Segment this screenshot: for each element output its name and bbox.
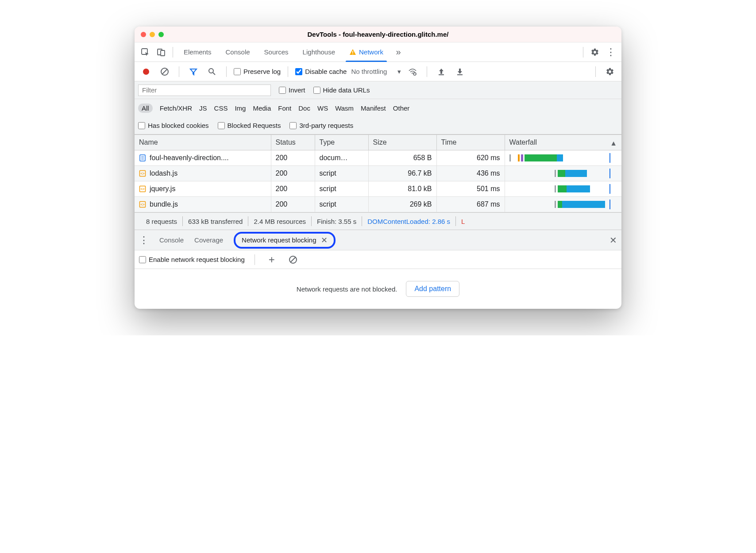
request-status: 200 xyxy=(271,166,315,181)
search-icon[interactable] xyxy=(205,65,219,79)
more-tabs-icon[interactable]: » xyxy=(391,45,405,59)
type-other[interactable]: Other xyxy=(393,104,410,112)
file-icon: <> xyxy=(139,170,146,177)
settings-icon[interactable] xyxy=(588,45,602,59)
hide-data-urls-checkbox[interactable]: Hide data URLs xyxy=(313,86,370,94)
svg-line-6 xyxy=(162,69,167,74)
enable-blocking-checkbox[interactable]: Enable network request blocking xyxy=(139,256,245,263)
device-toggle-icon[interactable] xyxy=(154,45,168,59)
svg-line-23 xyxy=(290,257,296,262)
tab-sources[interactable]: Sources xyxy=(258,42,295,62)
type-js[interactable]: JS xyxy=(199,104,207,112)
file-icon: <> xyxy=(139,201,146,208)
add-pattern-button[interactable]: Add pattern xyxy=(406,281,459,297)
blocked-requests-checkbox[interactable]: Blocked Requests xyxy=(218,122,281,129)
type-fetch[interactable]: Fetch/XHR xyxy=(160,104,192,112)
summary-dcl: DOMContentLoaded: 2.86 s xyxy=(362,218,455,225)
type-doc[interactable]: Doc xyxy=(298,104,310,112)
type-all[interactable]: All xyxy=(138,104,153,113)
filter-options: Has blocked cookies Blocked Requests 3rd… xyxy=(135,117,621,134)
waterfall-bar xyxy=(509,184,617,194)
file-icon xyxy=(139,154,146,161)
col-waterfall[interactable]: Waterfall▲ xyxy=(505,135,621,150)
type-manifest[interactable]: Manifest xyxy=(361,104,386,112)
disable-cache-checkbox[interactable]: Disable cache xyxy=(295,68,347,75)
warning-icon xyxy=(349,49,356,56)
sort-asc-icon: ▲ xyxy=(610,139,617,147)
request-size: 658 B xyxy=(368,150,436,166)
table-row[interactable]: foul-heavenly-direction....200docum…658 … xyxy=(135,150,621,166)
kebab-menu-icon[interactable]: ⋮ xyxy=(604,45,618,59)
drawer-tabs: ⋮ Console Coverage Network request block… xyxy=(135,230,621,250)
blocking-toolbar: Enable network request blocking + xyxy=(135,250,621,269)
request-name: lodash.js xyxy=(150,169,177,177)
record-button[interactable] xyxy=(139,65,153,79)
blocking-message: Network requests are not blocked. xyxy=(297,285,397,293)
svg-text:<>: <> xyxy=(140,187,145,191)
add-pattern-icon[interactable]: + xyxy=(265,253,279,267)
close-drawer-icon[interactable]: ✕ xyxy=(609,235,617,246)
invert-checkbox[interactable]: Invert xyxy=(279,86,305,94)
col-status[interactable]: Status xyxy=(271,135,315,150)
close-tab-icon[interactable]: ✕ xyxy=(321,235,328,245)
chevron-down-icon: ▾ xyxy=(397,68,401,76)
svg-point-7 xyxy=(209,69,213,73)
tab-console[interactable]: Console xyxy=(220,42,256,62)
request-status: 200 xyxy=(271,181,315,197)
col-name[interactable]: Name xyxy=(135,135,271,150)
tab-lighthouse[interactable]: Lighthouse xyxy=(297,42,341,62)
type-css[interactable]: CSS xyxy=(214,104,228,112)
filter-icon[interactable] xyxy=(186,65,201,79)
preserve-log-checkbox[interactable]: Preserve log xyxy=(234,68,281,75)
summary-bar: 8 requests 633 kB transferred 2.4 MB res… xyxy=(135,212,621,230)
blocked-cookies-checkbox[interactable]: Has blocked cookies xyxy=(138,122,209,129)
type-ws[interactable]: WS xyxy=(317,104,328,112)
drawer-tab-blocking[interactable]: Network request blocking ✕ xyxy=(234,232,335,249)
col-time[interactable]: Time xyxy=(436,135,505,150)
type-media[interactable]: Media xyxy=(253,104,271,112)
col-size[interactable]: Size xyxy=(368,135,436,150)
main-tabs: Elements Console Sources Lighthouse Netw… xyxy=(135,42,621,62)
inspect-icon[interactable] xyxy=(138,45,152,59)
request-name: foul-heavenly-direction.... xyxy=(150,154,229,162)
network-table: Name Status Type Size Time Waterfall▲ fo… xyxy=(135,134,621,212)
upload-icon[interactable] xyxy=(434,65,448,79)
request-name: jquery.js xyxy=(150,185,175,193)
file-icon: <> xyxy=(139,185,146,192)
drawer-tab-console[interactable]: Console xyxy=(159,236,184,244)
drawer-tab-coverage[interactable]: Coverage xyxy=(194,236,223,244)
table-row[interactable]: <>jquery.js200script81.0 kB501 ms xyxy=(135,181,621,197)
svg-rect-3 xyxy=(352,51,353,53)
request-name: bundle.js xyxy=(150,200,178,208)
type-wasm[interactable]: Wasm xyxy=(335,104,354,112)
table-row[interactable]: <>bundle.js200script269 kB687 ms xyxy=(135,197,621,212)
tab-network[interactable]: Network xyxy=(343,42,390,62)
svg-rect-10 xyxy=(439,74,444,75)
summary-finish: Finish: 3.55 s xyxy=(312,218,362,225)
resource-types: All Fetch/XHR JS CSS Img Media Font Doc … xyxy=(135,99,621,117)
third-party-checkbox[interactable]: 3rd-party requests xyxy=(289,122,353,129)
throttling-select[interactable]: No throttling ▾ xyxy=(351,68,401,76)
panel-settings-icon[interactable] xyxy=(603,65,617,79)
table-row[interactable]: <>lodash.js200script96.7 kB436 ms xyxy=(135,166,621,181)
request-status: 200 xyxy=(271,150,315,166)
request-time: 436 ms xyxy=(436,166,505,181)
clear-icon[interactable] xyxy=(158,65,172,79)
request-size: 81.0 kB xyxy=(368,181,436,197)
type-img[interactable]: Img xyxy=(235,104,246,112)
tab-elements[interactable]: Elements xyxy=(177,42,218,62)
type-font[interactable]: Font xyxy=(278,104,291,112)
drawer-menu-icon[interactable]: ⋮ xyxy=(139,234,149,246)
summary-load: L xyxy=(456,218,470,225)
devtools-window: DevTools - foul-heavenly-direction.glitc… xyxy=(135,27,621,309)
filter-input[interactable] xyxy=(138,84,271,96)
network-conditions-icon[interactable] xyxy=(405,65,420,79)
network-toolbar: Preserve log Disable cache No throttling… xyxy=(135,62,621,81)
summary-requests: 8 requests xyxy=(141,218,182,225)
request-size: 96.7 kB xyxy=(368,166,436,181)
download-icon[interactable] xyxy=(453,65,467,79)
col-type[interactable]: Type xyxy=(315,135,368,150)
svg-text:<>: <> xyxy=(140,172,145,176)
remove-all-icon[interactable] xyxy=(286,253,300,267)
request-type: docum… xyxy=(315,150,368,166)
